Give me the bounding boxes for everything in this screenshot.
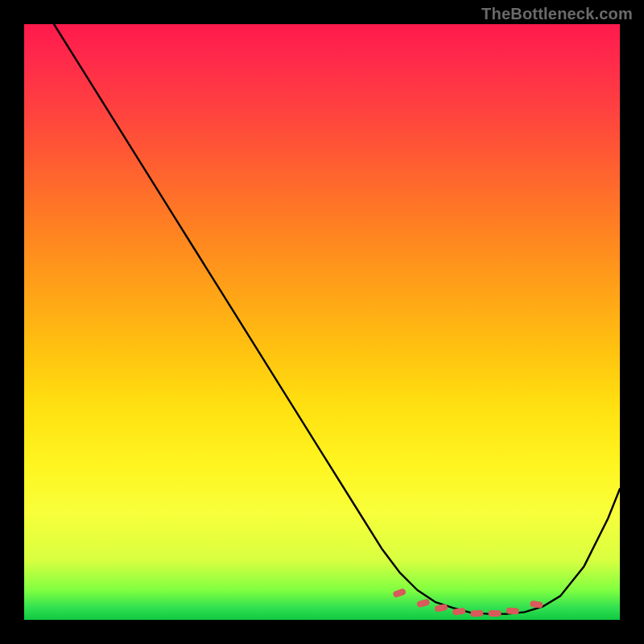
valley-marker bbox=[434, 604, 448, 613]
bottleneck-chart bbox=[24, 24, 620, 620]
chart-frame: TheBottleneck.com bbox=[0, 0, 644, 644]
watermark-text: TheBottleneck.com bbox=[481, 5, 633, 23]
valley-marker bbox=[489, 610, 502, 617]
valley-marker bbox=[506, 607, 519, 614]
valley-marker bbox=[416, 598, 430, 608]
bottleneck-curve bbox=[54, 24, 620, 614]
valley-marker bbox=[392, 588, 407, 598]
valley-marker bbox=[530, 601, 543, 609]
plot-area bbox=[24, 24, 620, 620]
valley-marker bbox=[470, 609, 483, 617]
